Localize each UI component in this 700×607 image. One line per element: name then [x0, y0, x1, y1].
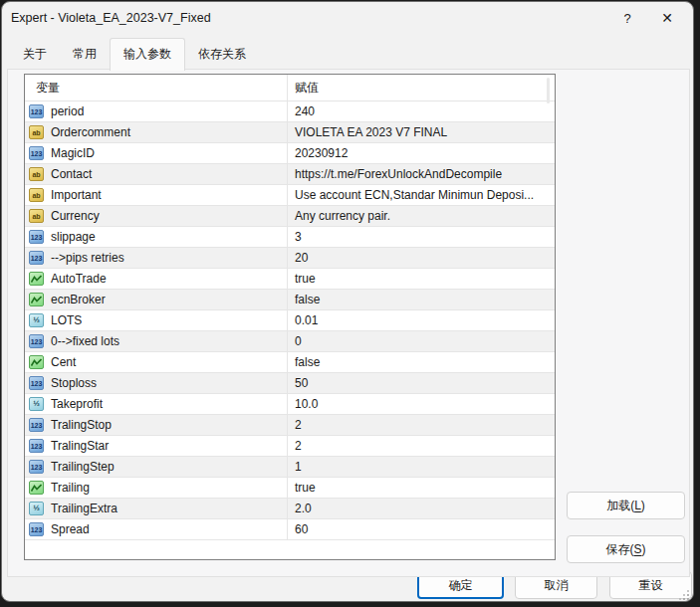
param-row[interactable]: ab Contact https://t.me/ForexUnlockAndDe…	[25, 164, 555, 185]
param-value-cell[interactable]: https://t.me/ForexUnlockAndDecompile	[287, 164, 555, 184]
table-header: 变量 赋值	[25, 75, 555, 101]
int-parameter-icon: 123	[29, 251, 44, 265]
param-name-cell: 123 TralingStar	[25, 436, 287, 456]
param-value-cell[interactable]: 2	[287, 415, 555, 435]
tab-label: 依存关系	[198, 47, 246, 61]
param-value-cell[interactable]: false	[287, 352, 555, 372]
param-value-cell[interactable]: 2.0	[287, 499, 555, 518]
double-parameter-icon: ½	[29, 502, 44, 515]
param-value-cell[interactable]: Any currency pair.	[287, 206, 555, 226]
tab[interactable]: 常用	[60, 41, 110, 70]
param-name: Currency	[51, 209, 100, 223]
param-row[interactable]: ½ LOTS 0.01	[25, 310, 555, 331]
param-row[interactable]: ½ TrailingExtra 2.0	[25, 499, 555, 519]
int-parameter-icon: 123	[29, 522, 44, 536]
param-value-cell[interactable]: 2	[287, 436, 555, 456]
int-parameter-icon: 123	[29, 418, 44, 432]
tab-label: 输入参数	[123, 47, 171, 61]
param-value-cell[interactable]: Use account ECN,Standar Minimun Deposi..…	[287, 185, 555, 205]
int-parameter-icon: 123	[29, 230, 44, 244]
param-value-cell[interactable]: 240	[287, 101, 555, 121]
load-mnemonic: L	[634, 499, 641, 512]
param-name: Important	[51, 188, 102, 202]
window-title: Expert - Violeta_EA_2023-V7_Fixed	[2, 11, 211, 25]
param-value-cell[interactable]: 20	[287, 248, 555, 268]
double-parameter-icon: ½	[29, 313, 44, 327]
expert-properties-dialog: Expert - Violeta_EA_2023-V7_Fixed ? ✕ 关于…	[1, 1, 694, 602]
param-name-cell: 123 -->pips retries	[25, 248, 287, 268]
param-name-cell: ½ Takeprofit	[25, 394, 287, 414]
param-row[interactable]: ab Ordercomment VIOLETA EA 2023 V7 FINAL	[25, 122, 555, 143]
param-name-cell: 123 TralingStop	[25, 415, 287, 435]
tab-strip: 关于 常用 输入参数 依存关系	[10, 40, 259, 70]
param-name-cell: ecnBroker	[25, 290, 287, 309]
param-row[interactable]: ½ Takeprofit 10.0	[25, 394, 555, 415]
param-row[interactable]: 123 Spread 60	[25, 519, 555, 540]
param-name: LOTS	[51, 313, 82, 327]
param-row[interactable]: 123 TralingStar 2	[25, 436, 555, 457]
save-button[interactable]: 保存(S)	[567, 535, 685, 563]
param-row[interactable]: ecnBroker false	[25, 290, 555, 310]
scrollbar-thumb[interactable]	[547, 78, 550, 103]
param-value-cell[interactable]: VIOLETA EA 2023 V7 FINAL	[287, 122, 555, 142]
param-value-cell[interactable]: 50	[287, 373, 555, 393]
load-button[interactable]: 加载(L)	[567, 492, 685, 519]
param-name-cell: ½ LOTS	[25, 310, 287, 330]
param-row[interactable]: Cent false	[25, 352, 555, 373]
param-row[interactable]: 123 TralingStop 2	[25, 415, 555, 436]
param-name: ecnBroker	[51, 293, 106, 306]
tab[interactable]: 输入参数	[110, 38, 185, 71]
param-value-cell[interactable]: true	[287, 269, 555, 289]
param-value-cell[interactable]: 20230912	[287, 143, 555, 163]
param-name: Contact	[51, 167, 92, 181]
param-table-body: 123 period 240 ab Ordercomment VIOLETA E…	[25, 101, 555, 540]
param-name: MagicID	[51, 146, 95, 160]
param-name-cell: ab Contact	[25, 164, 287, 184]
bool-parameter-icon	[29, 293, 44, 306]
close-icon[interactable]: ✕	[647, 3, 687, 33]
param-name-cell: ½ TrailingExtra	[25, 499, 287, 518]
int-parameter-icon: 123	[29, 460, 44, 474]
param-value-cell[interactable]: 1	[287, 457, 555, 477]
param-row[interactable]: AutoTrade true	[25, 269, 555, 290]
param-name-cell: ab Important	[25, 185, 287, 205]
param-value-cell[interactable]: 0.01	[287, 310, 555, 330]
param-value-cell[interactable]: false	[287, 290, 555, 309]
param-name: Trailing	[51, 481, 90, 495]
string-parameter-icon: ab	[29, 125, 44, 139]
int-parameter-icon: 123	[29, 104, 44, 118]
param-value-cell[interactable]: 0	[287, 331, 555, 351]
param-row[interactable]: ab Currency Any currency pair.	[25, 206, 555, 227]
param-name-cell: 123 TrailingStep	[25, 457, 287, 477]
value-column-header: 赋值	[287, 75, 555, 101]
string-parameter-icon: ab	[29, 167, 44, 181]
param-row[interactable]: Trailing true	[25, 478, 555, 499]
param-name-cell: Cent	[25, 352, 287, 372]
param-row[interactable]: 123 period 240	[25, 101, 555, 122]
param-name-cell: 123 Spread	[25, 519, 287, 539]
bool-parameter-icon	[29, 481, 44, 495]
tab[interactable]: 关于	[10, 41, 60, 70]
param-row[interactable]: 123 Stoploss 50	[25, 373, 555, 394]
tab[interactable]: 依存关系	[185, 41, 259, 70]
param-value-cell[interactable]: 3	[287, 227, 555, 247]
save-button-label: 保存(	[605, 541, 633, 558]
param-row[interactable]: 123 0-->fixed lots 0	[25, 331, 555, 352]
param-name: slippage	[51, 230, 96, 244]
param-name: Spread	[51, 522, 90, 536]
save-label-suffix: )	[642, 542, 646, 556]
string-parameter-icon: ab	[29, 188, 44, 202]
param-row[interactable]: 123 TrailingStep 1	[25, 457, 555, 478]
param-value-cell[interactable]: true	[287, 478, 555, 498]
param-value-cell[interactable]: 10.0	[287, 394, 555, 414]
help-icon[interactable]: ?	[607, 3, 647, 33]
param-row[interactable]: ab Important Use account ECN,Standar Min…	[25, 185, 555, 206]
param-row[interactable]: 123 MagicID 20230912	[25, 143, 555, 164]
param-value-cell[interactable]: 60	[287, 519, 555, 539]
resize-grip-icon[interactable]	[679, 587, 690, 598]
param-name-cell: Trailing	[25, 478, 287, 498]
param-row[interactable]: 123 slippage 3	[25, 227, 555, 248]
param-name-cell: 123 period	[25, 101, 287, 121]
param-name: 0-->fixed lots	[51, 334, 119, 348]
param-row[interactable]: 123 -->pips retries 20	[25, 248, 555, 269]
